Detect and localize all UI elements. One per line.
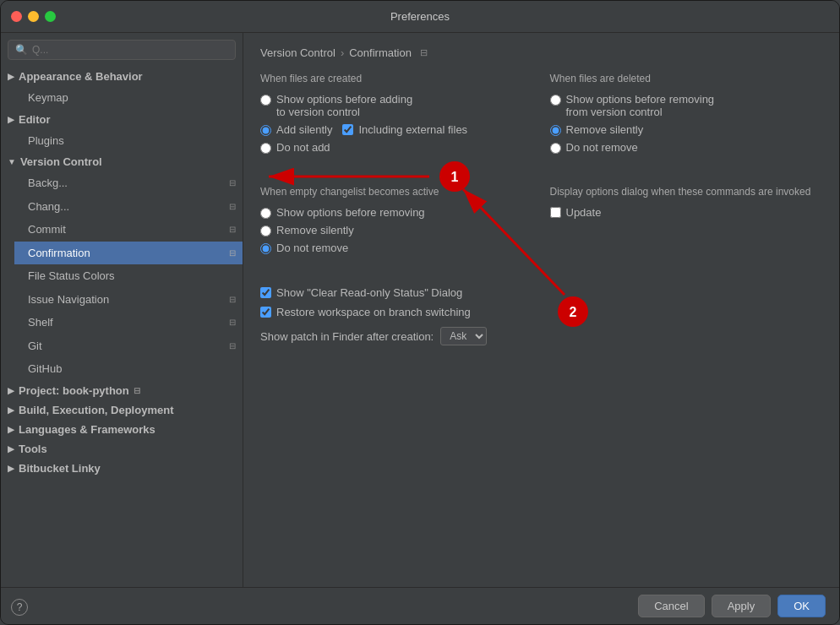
sidebar-item-keymap[interactable]: Keymap <box>14 86 243 110</box>
checkbox-clear-readonly-input[interactable] <box>260 287 271 298</box>
radio-remove-silently-changelist-input[interactable] <box>260 226 271 236</box>
radio-do-not-remove-changelist[interactable]: Do not remove <box>260 242 533 254</box>
radio-show-options-add-label: Show options before addingto version con… <box>276 93 412 118</box>
sidebar-item-label: Keymap <box>28 90 68 106</box>
chevron-icon: ▶ <box>8 386 14 395</box>
radio-show-options-add-input[interactable] <box>260 95 271 106</box>
chevron-icon: ▶ <box>8 405 14 415</box>
sidebar-item-commit[interactable]: Commit ⊟ <box>14 218 243 242</box>
radio-do-not-remove-changelist-label: Do not remove <box>276 242 348 254</box>
changelist-section-title: When empty changelist becomes active <box>260 186 533 198</box>
sidebar-item-confirmation[interactable]: Confirmation ⊟ <box>14 242 243 265</box>
sidebar-item-label: Editor <box>19 113 51 126</box>
sidebar-item-label: Shelf <box>28 314 53 331</box>
sidebar-item-plugins[interactable]: Plugins <box>14 129 243 153</box>
radio-show-options-remove-input[interactable] <box>550 95 561 106</box>
sidebar-item-label: Bitbucket Linky <box>19 462 101 475</box>
checkbox-restore-workspace-input[interactable] <box>260 307 271 318</box>
sidebar-item-label: Chang... <box>28 198 69 215</box>
settings-icon: ⊟ <box>229 340 236 352</box>
sidebar-item-changelists[interactable]: Chang... ⊟ <box>14 195 243 219</box>
settings-icon: ⊟ <box>229 247 236 259</box>
show-patch-row: Show patch in Finder after creation: Ask… <box>260 327 822 345</box>
sidebar-item-label: Tools <box>19 443 47 455</box>
deleted-section: When files are deleted Show options befo… <box>550 73 823 159</box>
ok-button[interactable]: OK <box>777 595 826 617</box>
search-icon: 🔍 <box>15 44 28 56</box>
radio-add-silently[interactable]: Add silently <box>260 123 332 136</box>
checkbox-update-input[interactable] <box>550 207 561 218</box>
sidebar-item-label: Plugins <box>28 133 64 149</box>
settings-icon: ⊟ <box>229 200 236 213</box>
chevron-icon: ▶ <box>8 444 14 454</box>
changelist-section: When empty changelist becomes active Sho… <box>260 186 533 259</box>
checkbox-including-external-input[interactable] <box>342 124 353 135</box>
radio-remove-silently[interactable]: Remove silently <box>550 123 823 136</box>
radio-do-not-remove-changelist-input[interactable] <box>260 243 271 254</box>
sidebar-item-issue-navigation[interactable]: Issue Navigation ⊟ <box>14 288 243 312</box>
radio-show-options-changelist-input[interactable] <box>260 208 271 219</box>
breadcrumb-icon: ⊟ <box>420 47 428 58</box>
bottom-bar: ? Cancel Apply OK <box>1 587 839 624</box>
checkbox-restore-workspace[interactable]: Restore workspace on branch switching <box>260 306 822 318</box>
radio-show-options-add[interactable]: Show options before addingto version con… <box>260 93 533 118</box>
breadcrumb-part1: Version Control <box>260 46 335 59</box>
radio-show-options-remove[interactable]: Show options before removingfrom version… <box>550 93 823 118</box>
settings-panel: Version Control › Confirmation ⊟ When fi… <box>243 33 839 359</box>
checkbox-clear-readonly[interactable]: Show "Clear Read-only Status" Dialog <box>260 286 822 299</box>
chevron-icon: ▶ <box>8 425 14 434</box>
breadcrumb-separator: › <box>341 46 344 59</box>
sidebar-item-label: GitHub <box>28 361 62 378</box>
checkbox-including-external[interactable]: Including external files <box>342 123 467 136</box>
help-button[interactable]: ? <box>11 599 28 616</box>
show-patch-select[interactable]: Ask Yes No <box>440 327 487 345</box>
radio-remove-silently-changelist[interactable]: Remove silently <box>260 224 533 236</box>
radio-do-not-remove-input[interactable] <box>550 143 561 154</box>
sidebar-item-version-control[interactable]: ▼ Version Control <box>1 152 243 171</box>
display-section-title: Display options dialog when these comman… <box>550 186 823 198</box>
sidebar-item-label: File Status Colors <box>28 268 115 285</box>
sidebar-item-build[interactable]: ▶ Build, Execution, Deployment <box>1 400 243 420</box>
checkbox-update[interactable]: Update <box>550 206 823 219</box>
radio-do-not-add-input[interactable] <box>260 143 271 154</box>
radio-add-silently-input[interactable] <box>260 125 271 136</box>
sidebar-item-shelf[interactable]: Shelf ⊟ <box>14 311 243 334</box>
sidebar-item-languages[interactable]: ▶ Languages & Frameworks <box>1 420 243 439</box>
radio-remove-silently-input[interactable] <box>550 125 561 136</box>
show-patch-label: Show patch in Finder after creation: <box>260 330 434 343</box>
titlebar: Preferences <box>1 1 839 33</box>
sidebar-item-file-status-colors[interactable]: File Status Colors <box>14 264 243 288</box>
bottom-wrapper: ? Cancel Apply OK <box>1 587 839 624</box>
radio-add-silently-label: Add silently <box>276 123 332 136</box>
maximize-button[interactable] <box>45 11 56 22</box>
created-section: When files are created Show options befo… <box>260 73 533 159</box>
sidebar-item-appearance[interactable]: ▶ Appearance & Behavior <box>1 67 243 86</box>
sidebar-item-label: Version Control <box>20 155 102 168</box>
sidebar-item-label: Confirmation <box>28 245 90 262</box>
sidebar-item-label: Project: book-python <box>19 384 129 397</box>
sidebar-item-background[interactable]: Backg... ⊟ <box>14 171 243 195</box>
search-box[interactable]: 🔍 <box>8 40 236 60</box>
radio-do-not-remove-label: Do not remove <box>566 141 638 154</box>
sidebar-item-git[interactable]: Git ⊟ <box>14 334 243 358</box>
search-input[interactable] <box>32 44 228 56</box>
sidebar-item-bitbucket[interactable]: ▶ Bitbucket Linky <box>1 459 243 478</box>
minimize-button[interactable] <box>28 11 39 22</box>
sidebar-item-label: Backg... <box>28 175 68 192</box>
radio-do-not-remove[interactable]: Do not remove <box>550 141 823 154</box>
sidebar-item-tools[interactable]: ▶ Tools <box>1 439 243 459</box>
radio-show-options-remove-label: Show options before removingfrom version… <box>566 93 715 118</box>
cancel-button[interactable]: Cancel <box>638 595 704 617</box>
window-title: Preferences <box>390 10 450 23</box>
sidebar-item-github[interactable]: GitHub <box>14 357 243 381</box>
radio-do-not-add[interactable]: Do not add <box>260 141 533 154</box>
apply-button[interactable]: Apply <box>712 595 772 617</box>
chevron-icon: ▶ <box>8 72 14 81</box>
close-button[interactable] <box>11 11 22 22</box>
traffic-lights <box>11 11 56 22</box>
sidebar-item-label: Appearance & Behavior <box>19 70 143 83</box>
sidebar-item-editor[interactable]: ▶ Editor <box>1 110 243 129</box>
sidebar-item-project[interactable]: ▶ Project: book-python ⊟ <box>1 381 243 400</box>
radio-show-options-changelist[interactable]: Show options before removing <box>260 206 533 219</box>
radio-remove-silently-changelist-label: Remove silently <box>276 224 354 236</box>
